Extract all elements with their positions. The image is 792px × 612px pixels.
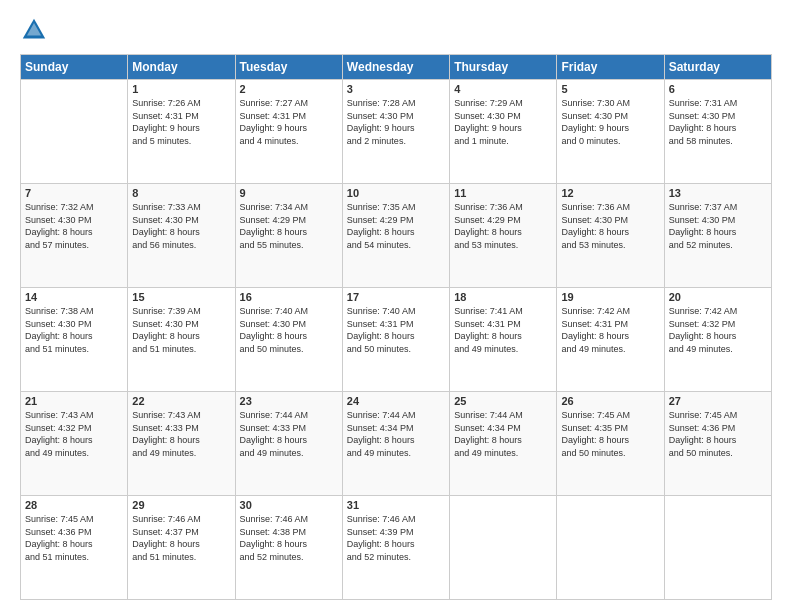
logo: [20, 16, 52, 44]
calendar-day-header: Sunday: [21, 55, 128, 80]
calendar-day-header: Monday: [128, 55, 235, 80]
calendar-day-header: Tuesday: [235, 55, 342, 80]
calendar-cell: 18Sunrise: 7:41 AM Sunset: 4:31 PM Dayli…: [450, 288, 557, 392]
page-container: SundayMondayTuesdayWednesdayThursdayFrid…: [0, 0, 792, 612]
day-number: 28: [25, 499, 123, 511]
day-number: 20: [669, 291, 767, 303]
day-info: Sunrise: 7:42 AM Sunset: 4:32 PM Dayligh…: [669, 305, 767, 355]
calendar-week-row: 1Sunrise: 7:26 AM Sunset: 4:31 PM Daylig…: [21, 80, 772, 184]
calendar-cell: 4Sunrise: 7:29 AM Sunset: 4:30 PM Daylig…: [450, 80, 557, 184]
day-info: Sunrise: 7:41 AM Sunset: 4:31 PM Dayligh…: [454, 305, 552, 355]
calendar-cell: 12Sunrise: 7:36 AM Sunset: 4:30 PM Dayli…: [557, 184, 664, 288]
calendar-cell: 16Sunrise: 7:40 AM Sunset: 4:30 PM Dayli…: [235, 288, 342, 392]
day-number: 21: [25, 395, 123, 407]
day-info: Sunrise: 7:44 AM Sunset: 4:33 PM Dayligh…: [240, 409, 338, 459]
calendar-cell: 13Sunrise: 7:37 AM Sunset: 4:30 PM Dayli…: [664, 184, 771, 288]
day-number: 4: [454, 83, 552, 95]
day-info: Sunrise: 7:28 AM Sunset: 4:30 PM Dayligh…: [347, 97, 445, 147]
calendar-cell: 23Sunrise: 7:44 AM Sunset: 4:33 PM Dayli…: [235, 392, 342, 496]
calendar-week-row: 7Sunrise: 7:32 AM Sunset: 4:30 PM Daylig…: [21, 184, 772, 288]
day-number: 14: [25, 291, 123, 303]
calendar-cell: 14Sunrise: 7:38 AM Sunset: 4:30 PM Dayli…: [21, 288, 128, 392]
day-info: Sunrise: 7:43 AM Sunset: 4:32 PM Dayligh…: [25, 409, 123, 459]
day-info: Sunrise: 7:33 AM Sunset: 4:30 PM Dayligh…: [132, 201, 230, 251]
day-info: Sunrise: 7:46 AM Sunset: 4:39 PM Dayligh…: [347, 513, 445, 563]
day-info: Sunrise: 7:26 AM Sunset: 4:31 PM Dayligh…: [132, 97, 230, 147]
day-info: Sunrise: 7:44 AM Sunset: 4:34 PM Dayligh…: [454, 409, 552, 459]
day-number: 1: [132, 83, 230, 95]
day-info: Sunrise: 7:39 AM Sunset: 4:30 PM Dayligh…: [132, 305, 230, 355]
day-number: 24: [347, 395, 445, 407]
calendar-cell: 8Sunrise: 7:33 AM Sunset: 4:30 PM Daylig…: [128, 184, 235, 288]
day-number: 11: [454, 187, 552, 199]
day-number: 23: [240, 395, 338, 407]
day-info: Sunrise: 7:37 AM Sunset: 4:30 PM Dayligh…: [669, 201, 767, 251]
day-number: 17: [347, 291, 445, 303]
day-number: 3: [347, 83, 445, 95]
day-info: Sunrise: 7:27 AM Sunset: 4:31 PM Dayligh…: [240, 97, 338, 147]
day-number: 16: [240, 291, 338, 303]
day-number: 19: [561, 291, 659, 303]
calendar-cell: 20Sunrise: 7:42 AM Sunset: 4:32 PM Dayli…: [664, 288, 771, 392]
calendar-cell: [664, 496, 771, 600]
calendar-header-row: SundayMondayTuesdayWednesdayThursdayFrid…: [21, 55, 772, 80]
calendar-cell: 27Sunrise: 7:45 AM Sunset: 4:36 PM Dayli…: [664, 392, 771, 496]
calendar-cell: 6Sunrise: 7:31 AM Sunset: 4:30 PM Daylig…: [664, 80, 771, 184]
calendar-cell: 1Sunrise: 7:26 AM Sunset: 4:31 PM Daylig…: [128, 80, 235, 184]
day-info: Sunrise: 7:34 AM Sunset: 4:29 PM Dayligh…: [240, 201, 338, 251]
calendar-cell: [21, 80, 128, 184]
calendar-day-header: Friday: [557, 55, 664, 80]
calendar-cell: 3Sunrise: 7:28 AM Sunset: 4:30 PM Daylig…: [342, 80, 449, 184]
day-number: 5: [561, 83, 659, 95]
day-info: Sunrise: 7:40 AM Sunset: 4:31 PM Dayligh…: [347, 305, 445, 355]
day-info: Sunrise: 7:32 AM Sunset: 4:30 PM Dayligh…: [25, 201, 123, 251]
day-info: Sunrise: 7:29 AM Sunset: 4:30 PM Dayligh…: [454, 97, 552, 147]
day-info: Sunrise: 7:42 AM Sunset: 4:31 PM Dayligh…: [561, 305, 659, 355]
calendar-cell: 26Sunrise: 7:45 AM Sunset: 4:35 PM Dayli…: [557, 392, 664, 496]
day-number: 29: [132, 499, 230, 511]
day-number: 22: [132, 395, 230, 407]
day-info: Sunrise: 7:44 AM Sunset: 4:34 PM Dayligh…: [347, 409, 445, 459]
calendar-table: SundayMondayTuesdayWednesdayThursdayFrid…: [20, 54, 772, 600]
calendar-cell: [450, 496, 557, 600]
day-info: Sunrise: 7:30 AM Sunset: 4:30 PM Dayligh…: [561, 97, 659, 147]
calendar-day-header: Saturday: [664, 55, 771, 80]
calendar-week-row: 21Sunrise: 7:43 AM Sunset: 4:32 PM Dayli…: [21, 392, 772, 496]
calendar-cell: 7Sunrise: 7:32 AM Sunset: 4:30 PM Daylig…: [21, 184, 128, 288]
calendar-cell: [557, 496, 664, 600]
calendar-cell: 31Sunrise: 7:46 AM Sunset: 4:39 PM Dayli…: [342, 496, 449, 600]
calendar-cell: 17Sunrise: 7:40 AM Sunset: 4:31 PM Dayli…: [342, 288, 449, 392]
day-number: 27: [669, 395, 767, 407]
day-number: 2: [240, 83, 338, 95]
day-number: 15: [132, 291, 230, 303]
day-info: Sunrise: 7:36 AM Sunset: 4:29 PM Dayligh…: [454, 201, 552, 251]
calendar-cell: 29Sunrise: 7:46 AM Sunset: 4:37 PM Dayli…: [128, 496, 235, 600]
day-info: Sunrise: 7:45 AM Sunset: 4:36 PM Dayligh…: [25, 513, 123, 563]
calendar-cell: 9Sunrise: 7:34 AM Sunset: 4:29 PM Daylig…: [235, 184, 342, 288]
day-info: Sunrise: 7:36 AM Sunset: 4:30 PM Dayligh…: [561, 201, 659, 251]
calendar-cell: 22Sunrise: 7:43 AM Sunset: 4:33 PM Dayli…: [128, 392, 235, 496]
calendar-cell: 10Sunrise: 7:35 AM Sunset: 4:29 PM Dayli…: [342, 184, 449, 288]
day-number: 12: [561, 187, 659, 199]
day-number: 18: [454, 291, 552, 303]
calendar-cell: 25Sunrise: 7:44 AM Sunset: 4:34 PM Dayli…: [450, 392, 557, 496]
day-number: 31: [347, 499, 445, 511]
calendar-cell: 28Sunrise: 7:45 AM Sunset: 4:36 PM Dayli…: [21, 496, 128, 600]
day-number: 8: [132, 187, 230, 199]
calendar-cell: 21Sunrise: 7:43 AM Sunset: 4:32 PM Dayli…: [21, 392, 128, 496]
calendar-day-header: Wednesday: [342, 55, 449, 80]
day-number: 6: [669, 83, 767, 95]
day-info: Sunrise: 7:40 AM Sunset: 4:30 PM Dayligh…: [240, 305, 338, 355]
calendar-cell: 24Sunrise: 7:44 AM Sunset: 4:34 PM Dayli…: [342, 392, 449, 496]
calendar-cell: 5Sunrise: 7:30 AM Sunset: 4:30 PM Daylig…: [557, 80, 664, 184]
day-number: 26: [561, 395, 659, 407]
day-info: Sunrise: 7:35 AM Sunset: 4:29 PM Dayligh…: [347, 201, 445, 251]
calendar-cell: 19Sunrise: 7:42 AM Sunset: 4:31 PM Dayli…: [557, 288, 664, 392]
day-info: Sunrise: 7:45 AM Sunset: 4:35 PM Dayligh…: [561, 409, 659, 459]
day-info: Sunrise: 7:38 AM Sunset: 4:30 PM Dayligh…: [25, 305, 123, 355]
day-number: 9: [240, 187, 338, 199]
day-info: Sunrise: 7:46 AM Sunset: 4:38 PM Dayligh…: [240, 513, 338, 563]
calendar-week-row: 14Sunrise: 7:38 AM Sunset: 4:30 PM Dayli…: [21, 288, 772, 392]
day-number: 30: [240, 499, 338, 511]
day-info: Sunrise: 7:45 AM Sunset: 4:36 PM Dayligh…: [669, 409, 767, 459]
